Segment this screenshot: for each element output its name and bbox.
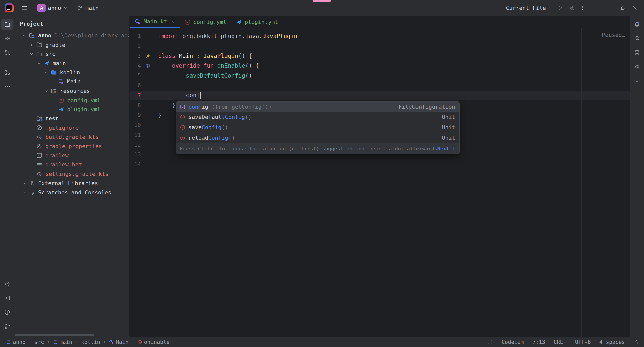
line-number: 11: [130, 132, 141, 138]
status-readonly-toggle[interactable]: [633, 339, 639, 345]
tree-item-gitignore[interactable]: .gitignore: [14, 123, 129, 133]
breadcrumb-main[interactable]: main: [52, 339, 73, 345]
chevron-right-icon[interactable]: [28, 42, 35, 47]
status-progress-spinner[interactable]: [487, 339, 493, 345]
svg-text:Y: Y: [186, 20, 188, 24]
tool-stripe-version-control[interactable]: [1, 320, 13, 332]
tool-stripe-commit[interactable]: [1, 33, 13, 44]
close-button[interactable]: [629, 2, 640, 13]
chevron-right-icon[interactable]: [20, 181, 28, 186]
kotlin-class-icon: [109, 340, 114, 345]
breadcrumb-onenable[interactable]: monEnable: [136, 339, 171, 345]
tree-item-src[interactable]: src: [14, 49, 129, 59]
project-widget[interactable]: A anno: [35, 2, 70, 13]
tab-config-yml[interactable]: Yconfig.yml: [180, 16, 231, 28]
status-caret-position[interactable]: 7:13: [532, 339, 545, 345]
status-line-separator[interactable]: CRLF: [554, 339, 566, 345]
next-tip-link[interactable]: Next Tip: [437, 146, 460, 152]
tree-item-kotlin[interactable]: kotlin: [14, 68, 129, 77]
run-button[interactable]: [555, 2, 566, 13]
completion-item-config[interactable]: vconfig (from getConfig())FileConfigurat…: [176, 102, 459, 112]
chevron-down-icon[interactable]: [20, 33, 28, 38]
tool-stripe-endpoints[interactable]: {…}: [631, 75, 643, 86]
status-codeium-status[interactable]: Codeium: [502, 339, 524, 345]
chevron-down-icon[interactable]: [42, 70, 50, 75]
method-icon: m: [180, 124, 186, 131]
code-line-5[interactable]: 5 saveDefaultConfig(): [130, 71, 630, 80]
tab-plugin-yml[interactable]: plugin.yml: [231, 16, 282, 28]
override-gutter-icon[interactable]: [141, 62, 156, 69]
line-number: 12: [130, 142, 141, 148]
status-file-encoding[interactable]: UTF-8: [575, 339, 591, 345]
tree-item-test[interactable]: test: [14, 114, 129, 123]
tool-stripe-notifications[interactable]: [631, 19, 643, 30]
tree-item-scratches-and-consoles[interactable]: Scratches and Consoles: [14, 188, 129, 197]
completion-item-saveconfig[interactable]: msaveConfig()Unit: [176, 122, 459, 133]
tree-item-config-yml[interactable]: Yconfig.yml: [14, 96, 129, 105]
tool-stripe-pull-requests[interactable]: [1, 47, 13, 58]
completion-item-savedefaultconfig[interactable]: msaveDefaultConfig()Unit: [176, 112, 459, 122]
line-number: 13: [130, 151, 141, 158]
chevron-down-icon[interactable]: [42, 89, 50, 93]
tree-item-label: .gitignore: [45, 125, 79, 131]
tree-item-gradlew[interactable]: gradlew: [14, 151, 129, 160]
chevron-down-icon[interactable]: [28, 52, 35, 56]
more-actions-button[interactable]: [577, 2, 588, 13]
chevron-down-icon[interactable]: [35, 61, 43, 66]
status-indent-style[interactable]: 4 spaces: [599, 339, 625, 345]
tree-item-external-libraries[interactable]: External Libraries: [14, 179, 129, 188]
main-menu-button[interactable]: [19, 2, 30, 13]
tool-stripe-structure[interactable]: [1, 67, 13, 78]
hamburger-menu-icon: [21, 5, 28, 11]
code-line-3[interactable]: 3class Main : JavaPlugin() {: [130, 51, 630, 61]
breadcrumb-anno[interactable]: anno: [5, 339, 27, 345]
codeium-paused-status[interactable]: Paused…: [602, 32, 625, 38]
tool-stripe-terminal[interactable]: [1, 292, 13, 304]
tree-item-label: build.gradle.kts: [45, 134, 99, 140]
breadcrumb-kotlin[interactable]: kotlin: [80, 339, 101, 345]
tree-item-main[interactable]: main: [14, 59, 129, 68]
tool-stripe-problems[interactable]: [1, 306, 13, 318]
maximize-button[interactable]: [617, 2, 629, 13]
run-configuration-selector[interactable]: Current File: [503, 2, 555, 13]
tool-stripe-more-tool-windows[interactable]: [1, 81, 13, 92]
tab-main-kt[interactable]: Main.kt: [130, 16, 180, 28]
tree-item-gradle-properties[interactable]: gradle.properties: [14, 142, 129, 151]
code-line-7[interactable]: 7 conf: [130, 91, 630, 100]
tree-item-plugin-yml[interactable]: plugin.yml: [14, 105, 129, 114]
tree-item-build-gradle-kts[interactable]: build.gradle.kts: [14, 133, 129, 142]
code-line-14[interactable]: 14: [130, 159, 630, 169]
code-line-1[interactable]: 1import org.bukkit.plugin.java.JavaPlugi…: [130, 31, 630, 41]
code-line-6[interactable]: 6: [130, 80, 630, 90]
tool-stripe-gradle[interactable]: [631, 61, 643, 72]
tree-item-resources[interactable]: resources: [14, 86, 129, 96]
completion-hint-bar: Press Ctrl+. to choose the selected (or …: [176, 143, 459, 154]
chevron-right-icon[interactable]: [28, 116, 35, 121]
branch-name: main: [85, 5, 99, 11]
code-editor[interactable]: 1import org.bukkit.plugin.java.JavaPlugi…: [130, 28, 630, 337]
tool-stripe-database[interactable]: [631, 47, 643, 58]
branch-widget[interactable]: main: [75, 2, 108, 13]
tree-item-settings-gradle-kts[interactable]: settings.gradle.kts: [14, 169, 129, 179]
tool-stripe-run[interactable]: [1, 278, 13, 290]
tree-item-anno[interactable]: annoD:\Dev\plugin-diary-again-: [14, 31, 129, 40]
completion-item-reloadconfig[interactable]: mreloadConfig()Unit: [176, 133, 459, 143]
breadcrumb-src[interactable]: src: [33, 339, 45, 345]
tree-item-gradle[interactable]: gradle: [14, 40, 129, 50]
breadcrumb-separator-icon: [131, 340, 135, 344]
plug-gutter-icon[interactable]: [141, 53, 156, 59]
breadcrumb-main[interactable]: Main: [108, 339, 130, 345]
minimize-button[interactable]: [606, 2, 617, 13]
code-line-4[interactable]: 4 override fun onEnable() {: [130, 61, 630, 71]
tool-stripe-ai-assistant[interactable]: [631, 33, 643, 44]
debug-button[interactable]: [566, 2, 577, 13]
horizontal-scrollbar-thumb[interactable]: [15, 334, 94, 336]
close-tab-icon[interactable]: [171, 19, 175, 24]
code-line-2[interactable]: 2: [130, 41, 630, 51]
tree-item-main[interactable]: Main: [14, 77, 129, 86]
project-panel-header[interactable]: Project: [14, 16, 129, 29]
structure-icon: [4, 69, 11, 76]
tree-item-gradlew-bat[interactable]: gradlew.bat: [14, 160, 129, 169]
chevron-right-icon[interactable]: [20, 190, 28, 195]
tool-stripe-project[interactable]: [1, 19, 13, 30]
